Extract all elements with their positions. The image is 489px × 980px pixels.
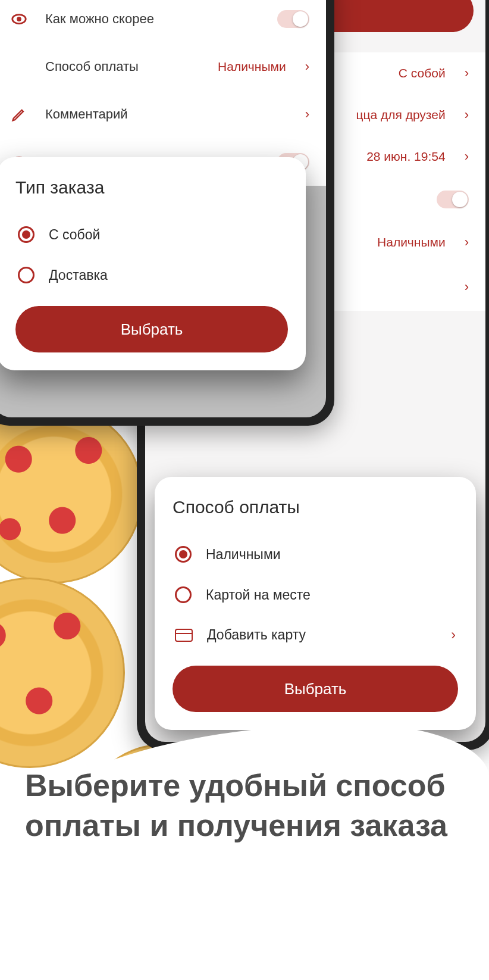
payment-method-sheet: Способ оплаты Наличными Картой на месте … bbox=[155, 477, 476, 730]
chevron-right-icon: › bbox=[305, 59, 309, 74]
row-payment-label: Способ оплаты bbox=[45, 59, 202, 74]
option-pickup[interactable]: С собой bbox=[15, 214, 288, 255]
chevron-right-icon: › bbox=[451, 627, 456, 643]
radio-icon bbox=[175, 586, 192, 603]
chevron-right-icon: › bbox=[465, 235, 469, 250]
row-payment-a[interactable]: Способ оплаты Наличными › bbox=[0, 43, 326, 90]
row-comment-label-a: Комментарий bbox=[45, 107, 290, 122]
option-cash-label: Наличными bbox=[206, 547, 281, 563]
toggle-switch[interactable] bbox=[437, 191, 469, 208]
pencil-icon bbox=[8, 104, 30, 125]
card-icon bbox=[175, 629, 193, 642]
option-card-on-site[interactable]: Картой на месте bbox=[173, 575, 458, 615]
select-button-order-type[interactable]: Выбрать bbox=[15, 306, 288, 352]
row-when-value: 28 июн. 19:54 bbox=[366, 149, 446, 164]
chevron-right-icon: › bbox=[465, 149, 469, 164]
row-friends-value: цца для друзей bbox=[356, 108, 445, 122]
option-cash[interactable]: Наличными bbox=[173, 534, 458, 575]
svg-point-1 bbox=[18, 18, 21, 21]
row-comment-a[interactable]: Комментарий › bbox=[0, 90, 326, 138]
sheet-title-order-type: Тип заказа bbox=[15, 177, 288, 198]
option-add-card[interactable]: Добавить карту › bbox=[173, 615, 458, 655]
clock-icon bbox=[8, 8, 30, 30]
chevron-right-icon: › bbox=[465, 65, 469, 81]
chevron-right-icon: › bbox=[465, 279, 469, 295]
option-pickup-label: С собой bbox=[49, 227, 100, 243]
radio-icon bbox=[18, 226, 35, 243]
chevron-right-icon: › bbox=[305, 107, 309, 122]
option-delivery[interactable]: Доставка bbox=[15, 255, 288, 295]
radio-icon bbox=[18, 267, 35, 283]
radio-icon bbox=[175, 546, 192, 563]
phone-mock-order-type: Как можно скорее Способ оплаты Наличными… bbox=[0, 0, 334, 426]
row-asap-label: Как можно скорее bbox=[45, 11, 262, 27]
option-card-on-site-label: Картой на месте bbox=[206, 587, 311, 603]
card-icon bbox=[8, 56, 30, 77]
row-asap[interactable]: Как можно скорее bbox=[0, 0, 326, 43]
toggle-switch[interactable] bbox=[277, 10, 309, 28]
row-payment-value-a: Наличными bbox=[218, 60, 286, 74]
select-button-payment[interactable]: Выбрать bbox=[173, 666, 458, 712]
row-pickup-value: С собой bbox=[399, 66, 446, 80]
order-type-sheet: Тип заказа С собой Доставка Выбрать bbox=[0, 157, 306, 370]
sheet-title-payment: Способ оплаты bbox=[173, 497, 458, 517]
chevron-right-icon: › bbox=[465, 107, 469, 123]
row-payment-value: Наличными bbox=[377, 235, 446, 249]
banner-headline: Выберите удобный способ оплаты и получен… bbox=[25, 766, 464, 845]
option-add-card-label: Добавить карту bbox=[207, 627, 306, 643]
option-delivery-label: Доставка bbox=[49, 267, 108, 283]
